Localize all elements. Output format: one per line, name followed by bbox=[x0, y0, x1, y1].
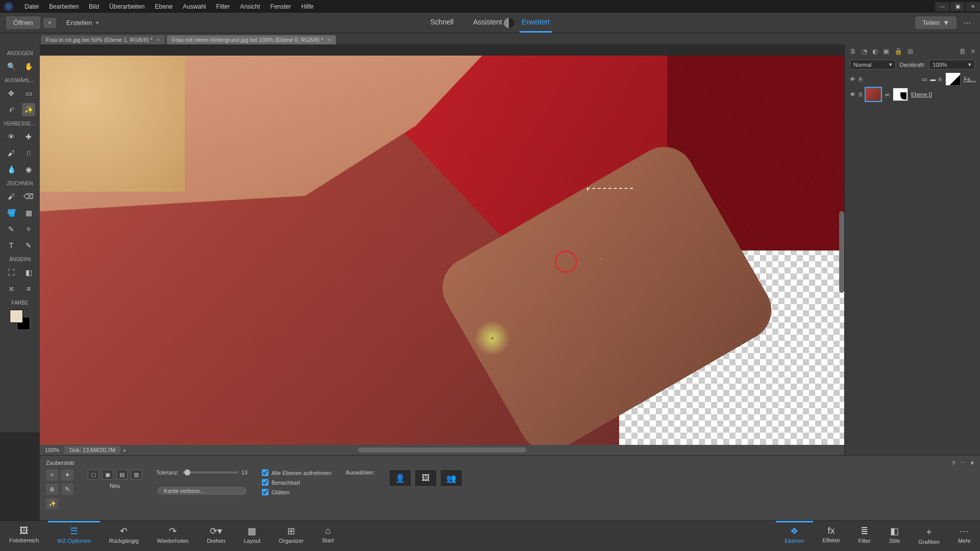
fx-icon[interactable]: ⊞ bbox=[908, 47, 913, 55]
gradient-tool-icon[interactable]: ▦ bbox=[22, 206, 35, 219]
move-tool-icon[interactable]: ✥ bbox=[5, 87, 18, 100]
layer-row-1[interactable]: 👁 ⎘ ▭ ▬ ⎋ Fa… bbox=[845, 71, 980, 87]
menu-auswahl[interactable]: Auswahl bbox=[178, 3, 211, 10]
tolerance-slider[interactable] bbox=[182, 471, 238, 473]
bin-filter[interactable]: ≣Filter bbox=[849, 521, 880, 551]
crop-tool-icon[interactable]: ⛶ bbox=[5, 266, 18, 279]
visibility-icon[interactable]: 👁 bbox=[849, 76, 856, 82]
wand-variant-4-icon[interactable]: ✎ bbox=[61, 484, 74, 495]
layer-name[interactable]: Fa… bbox=[964, 76, 976, 82]
brush-tool-icon[interactable]: 🖌 bbox=[5, 190, 18, 203]
smart-brush-tool-icon[interactable]: 🖌 bbox=[5, 146, 18, 160]
help-icon[interactable]: ? bbox=[952, 460, 955, 466]
wand-variant-1-icon[interactable]: ✧ bbox=[46, 469, 58, 481]
selection-add[interactable]: ▣ bbox=[102, 469, 113, 480]
wand-variant-2-icon[interactable]: ✦ bbox=[61, 469, 74, 481]
selection-new[interactable]: ▢ bbox=[88, 469, 99, 480]
panel-menu-icon[interactable]: ≡ bbox=[971, 47, 975, 55]
blur-tool-icon[interactable]: 💧 bbox=[5, 163, 18, 176]
lock-icon[interactable]: 🔒 bbox=[894, 47, 902, 55]
color-swatches[interactable] bbox=[10, 310, 30, 330]
window-close[interactable]: ✕ bbox=[966, 2, 980, 11]
bin-tooloptions[interactable]: ☰WZ-Optionen bbox=[48, 521, 100, 551]
tab-expert[interactable]: Erweitert bbox=[520, 13, 552, 33]
more-menu[interactable]: ⋯ bbox=[961, 19, 974, 27]
new-group-icon[interactable]: ◔ bbox=[862, 47, 867, 55]
opacity-input[interactable]: 100%▾ bbox=[929, 60, 975, 69]
contiguous-checkbox[interactable]: Benachbart bbox=[262, 479, 331, 486]
clone-tool-icon[interactable]: ⎍ bbox=[22, 146, 35, 160]
pencil-tool-icon[interactable]: ✎ bbox=[22, 239, 35, 252]
window-minimize[interactable]: — bbox=[935, 2, 949, 11]
menu-ueberarbeiten[interactable]: Überarbeiten bbox=[104, 3, 150, 10]
select-background-button[interactable]: 🖼 bbox=[414, 469, 437, 487]
info-flyout-icon[interactable]: ▸ bbox=[124, 447, 127, 454]
eraser-tool-icon[interactable]: ⌫ bbox=[22, 190, 35, 203]
close-icon[interactable]: × bbox=[327, 37, 330, 43]
layer-row-0[interactable]: 👁 ⎘ ⫘ Ebene 0 bbox=[845, 87, 980, 102]
bin-redo[interactable]: ↷Wiederholen bbox=[148, 521, 198, 551]
share-button[interactable]: Teilen ▼ bbox=[915, 16, 957, 29]
antialias-checkbox[interactable]: Glätten bbox=[262, 489, 331, 495]
bin-organizer[interactable]: ⊞Organizer bbox=[270, 521, 312, 551]
select-sky-button[interactable]: 👥 bbox=[440, 469, 462, 487]
create-button[interactable]: Erstellen ▼ bbox=[59, 16, 107, 29]
redeye-tool-icon[interactable]: 👁 bbox=[5, 130, 18, 143]
image-canvas[interactable] bbox=[40, 56, 844, 445]
menu-hilfe[interactable]: Hilfe bbox=[296, 3, 318, 10]
trash-icon[interactable]: 🗑 bbox=[959, 47, 966, 55]
new-layer-icon[interactable]: 🗎 bbox=[850, 47, 856, 55]
tab-assist[interactable]: Assistent bbox=[471, 13, 504, 33]
foreground-color[interactable] bbox=[10, 310, 23, 323]
menu-fenster[interactable]: Fenster bbox=[265, 3, 297, 10]
layer-mask-thumb[interactable] bbox=[945, 72, 961, 86]
menu-ebene[interactable]: Ebene bbox=[150, 3, 178, 10]
adjustment-icon[interactable]: ◐ bbox=[872, 47, 878, 55]
shape-tool-icon[interactable]: ✧ bbox=[22, 222, 35, 236]
zoom-tool-icon[interactable]: 🔍 bbox=[5, 60, 18, 73]
sponge-tool-icon[interactable]: ◉ bbox=[22, 163, 35, 176]
menu-ansicht[interactable]: Ansicht bbox=[235, 3, 265, 10]
refine-edge-button[interactable]: Kante verbess… bbox=[156, 486, 248, 496]
menu-bearbeiten[interactable]: Bearbeiten bbox=[44, 3, 84, 10]
layer-name[interactable]: Ebene 0 bbox=[911, 91, 932, 97]
wand-variant-3-icon[interactable]: ⊕ bbox=[46, 484, 58, 495]
bin-more[interactable]: ⋯Mehr bbox=[949, 521, 980, 551]
menu-datei[interactable]: Datei bbox=[19, 3, 44, 10]
text-tool-icon[interactable]: T bbox=[5, 239, 18, 252]
tab-quick[interactable]: Schnell bbox=[428, 13, 456, 33]
layer-thumb[interactable] bbox=[866, 88, 881, 101]
close-icon[interactable]: × bbox=[157, 37, 160, 43]
zoom-level[interactable]: 100% bbox=[40, 447, 64, 453]
eyedropper-tool-icon[interactable]: ✎ bbox=[5, 222, 18, 236]
window-maximize[interactable]: ▣ bbox=[950, 2, 965, 11]
menu-filter[interactable]: Filter bbox=[211, 3, 235, 10]
open-dropdown[interactable]: ▼ bbox=[43, 18, 56, 28]
spot-heal-tool-icon[interactable]: ✚ bbox=[22, 130, 35, 143]
horizontal-scrollbar[interactable] bbox=[358, 447, 526, 453]
hand-tool-icon[interactable]: ✋ bbox=[22, 60, 35, 73]
collapse-icon[interactable]: ▾ bbox=[971, 460, 974, 466]
link-icon[interactable]: ⎘ bbox=[859, 76, 863, 82]
lasso-tool-icon[interactable]: 𝒪 bbox=[5, 103, 18, 116]
blend-mode-select[interactable]: Normal▾ bbox=[850, 60, 896, 69]
magic-wand-tool-icon[interactable]: ✨ bbox=[22, 103, 35, 116]
link-icon[interactable]: ⎘ bbox=[859, 91, 863, 97]
recompose-tool-icon[interactable]: ◧ bbox=[22, 266, 35, 279]
straighten-tool-icon[interactable]: ≡ bbox=[22, 282, 35, 295]
canvas-area[interactable] bbox=[40, 56, 844, 445]
bin-undo[interactable]: ↶Rückgängig bbox=[100, 521, 148, 551]
bin-layers[interactable]: ❖Ebenen bbox=[776, 521, 814, 551]
vertical-scrollbar[interactable] bbox=[839, 211, 844, 293]
mask-icon[interactable]: ▣ bbox=[883, 47, 889, 55]
bin-styles[interactable]: ◧Stile bbox=[880, 521, 909, 551]
fill-tool-icon[interactable]: 🪣 bbox=[5, 206, 18, 219]
content-move-tool-icon[interactable]: ⤭ bbox=[5, 282, 18, 295]
doc-tab-0[interactable]: Frau in rot.jpg bei 50% (Ebene 1, RGB/8)… bbox=[41, 35, 165, 44]
visibility-icon[interactable]: 👁 bbox=[849, 91, 856, 97]
open-button[interactable]: Öffnen bbox=[6, 16, 40, 29]
bin-effects[interactable]: fxEffekte bbox=[813, 521, 849, 551]
bin-home[interactable]: ⌂Start bbox=[313, 521, 343, 551]
menu-bild[interactable]: Bild bbox=[84, 3, 104, 10]
wand-variant-5-icon[interactable]: ✨ bbox=[46, 498, 58, 509]
